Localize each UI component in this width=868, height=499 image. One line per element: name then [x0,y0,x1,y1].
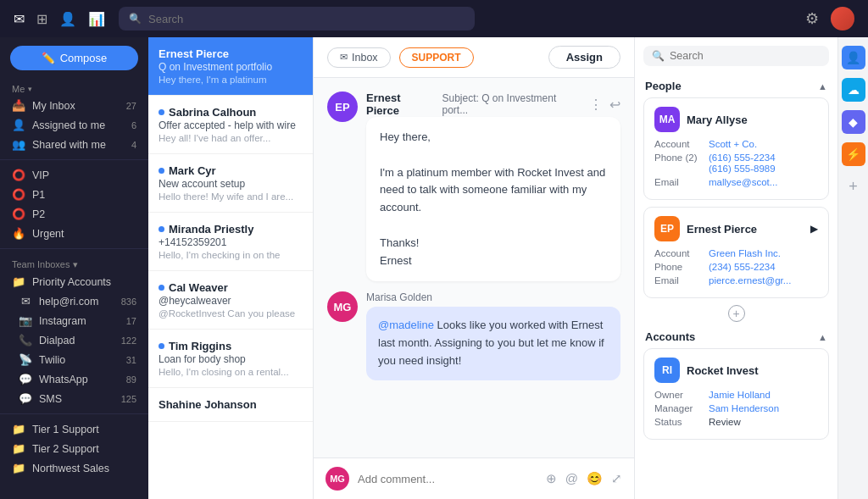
sidebar-item-my-inbox[interactable]: 📥 My Inbox 27 [0,96,148,115]
right-panel-container: 🔍 People ▲ MA Mary Allyse Account Scott … [634,37,868,499]
diamond-icon[interactable]: ◆ [842,110,865,134]
accounts-section-header: Accounts ▲ [635,325,837,348]
conv-name-6: Shahine Johanson [159,398,303,411]
tab-support[interactable]: SUPPORT [399,47,474,68]
sidebar: ✏️ Compose Me ▾ 📥 My Inbox 27 👤 Assigned… [0,37,148,499]
expand-icon[interactable]: ⤢ [611,471,622,486]
conv-subject-0: Q on Investment portfolio [159,61,303,73]
sender-avatar: EP [327,91,358,122]
sidebar-item-shared-with-me[interactable]: 👥 Shared with me 4 [0,135,148,154]
sidebar-item-p2[interactable]: ⭕ P2 [0,204,148,224]
emoji-icon[interactable]: 😊 [587,471,603,486]
priority-icon: 📁 [12,275,25,288]
analytics-icon[interactable]: 📊 [88,11,105,27]
sidebar-item-dialpad[interactable]: 📞 Dialpad 122 [0,330,148,350]
chat-input-area: MG ⊕ @ 😊 ⤢ [314,457,634,499]
person1-email-row: Email mallyse@scot... [654,177,818,187]
person2-account-row: Account Green Flash Inc. [654,248,818,258]
p2-icon: ⭕ [12,208,25,220]
account1-avatar: RI [654,358,680,383]
conv-subject-2: New account setup [159,178,303,190]
hubspot-icon[interactable]: ⚡ [842,142,865,166]
sidebar-item-tier2[interactable]: 📁 Tier 2 Support [0,439,148,458]
person2-arrow-icon: ▶ [810,223,818,235]
sidebar-item-sms[interactable]: 💬 SMS 125 [0,389,148,408]
conv-item-5[interactable]: Tim Riggins Loan for body shop Hello, I'… [148,330,313,388]
sidebar-item-whatsapp[interactable]: 💬 WhatsApp 89 [0,369,148,389]
account1-owner-row: Owner Jamie Holland [654,390,818,400]
tab-inbox[interactable]: ✉ Inbox [327,47,391,68]
cloud-icon[interactable]: ☁ [842,78,865,102]
message-1: MG Marisa Golden @madeline Looks like yo… [327,291,620,380]
reply-sender-name: Marisa Golden [366,291,620,303]
unread-dot [159,226,164,232]
people-caret-icon[interactable]: ▲ [818,81,827,91]
sidebar-item-priority-accounts[interactable]: 📁 Priority Accounts [0,272,148,291]
sidebar-item-twilio[interactable]: 📡 Twilio 31 [0,350,148,369]
global-search-input[interactable] [148,13,465,25]
tier2-icon: 📁 [12,442,25,455]
settings-icon[interactable]: ⚙ [805,9,819,28]
add-integration-icon[interactable]: + [849,178,858,196]
mention-tag: @madeline [378,319,434,331]
people-section-header: People ▲ [635,75,837,97]
reply-icon[interactable]: ↩ [609,97,620,113]
conv-name-5: Tim Riggins [159,340,303,352]
sidebar-item-help[interactable]: ✉ help@ri.com 836 [0,291,148,311]
sidebar-item-p1[interactable]: ⭕ P1 [0,185,148,204]
message-body: Hey there, I'm a platinum member with Ro… [366,117,620,281]
msg-sender-name: Ernest Pierce [366,91,436,117]
accounts-label: Accounts [645,330,695,343]
accounts-caret-icon[interactable]: ▲ [818,332,827,342]
sidebar-item-urgent[interactable]: 🔥 Urgent [0,224,148,243]
reply-avatar: MG [327,291,358,322]
global-search-bar[interactable]: 🔍 [119,7,475,30]
conv-item-1[interactable]: Sabrina Calhoun Offer accepted - help wi… [148,96,313,154]
whatsapp-icon: 💬 [19,373,32,385]
account1-name: Rocket Invest [687,364,818,377]
add-icon[interactable]: ⊕ [546,471,557,486]
assign-button[interactable]: Assign [548,46,620,69]
twilio-icon: 📡 [19,353,32,366]
reply-body: @madeline Looks like you worked with Ern… [366,307,620,380]
conv-subject-5: Loan for body shop [159,353,303,365]
sidebar-divider [0,159,148,160]
conv-item-6[interactable]: Shahine Johanson [148,388,313,422]
compose-button[interactable]: ✏️ Compose [10,46,138,70]
right-search[interactable]: 🔍 [643,46,829,66]
conv-item-0[interactable]: Ernest Pierce Q on Investment portfolio … [148,37,313,96]
mail-icon[interactable]: ✉ [14,11,25,27]
contacts-icon[interactable]: 👤 [59,11,76,27]
comment-input[interactable] [358,473,537,485]
sidebar-item-vip[interactable]: ⭕ VIP [0,165,148,185]
grid-icon[interactable]: ⊞ [36,11,47,27]
topbar: ✉ ⊞ 👤 📊 🔍 ⚙ [0,0,868,37]
inbox-icon: 📥 [12,99,25,112]
conv-item-2[interactable]: Mark Cyr New account setup Hello there! … [148,154,313,213]
conv-name-2: Mark Cyr [159,164,303,177]
conv-item-3[interactable]: Miranda Priestly +14152359201 Hello, I'm… [148,213,313,271]
at-icon[interactable]: @ [565,471,578,486]
message-info: Ernest Pierce Subject: Q on Investment p… [366,91,620,281]
avatar[interactable] [831,7,854,30]
person1-account-row: Account Scott + Co. [654,139,818,149]
crm-icon[interactable]: 👤 [842,46,865,69]
conv-preview-3: Hello, I'm checking in on the [159,250,303,260]
more-options-icon[interactable]: ⋮ [589,97,603,113]
sidebar-item-instagram[interactable]: 📷 Instagram 17 [0,311,148,330]
instagram-icon: 📷 [19,314,32,327]
email-icon: ✉ [19,295,32,308]
vip-icon: ⭕ [12,169,25,181]
sidebar-item-northwest[interactable]: 📁 Northwest Sales [0,458,148,478]
account1-status-row: Status Review [654,417,818,427]
sidebar-item-assigned-to-me[interactable]: 👤 Assigned to me 6 [0,115,148,135]
right-search-input[interactable] [670,50,821,62]
person1-name: Mary Allyse [687,114,818,126]
sidebar-item-tier1[interactable]: 📁 Tier 1 Support [0,419,148,439]
add-person-button[interactable]: + [728,305,745,322]
person1-header: MA Mary Allyse [654,107,818,132]
inbox-tab-icon: ✉ [340,52,348,63]
conv-item-4[interactable]: Cal Weaver @heycalweaver @RocketInvest C… [148,271,313,330]
message-0: EP Ernest Pierce Subject: Q on Investmen… [327,91,620,281]
input-actions: ⊕ @ 😊 ⤢ [546,471,622,486]
